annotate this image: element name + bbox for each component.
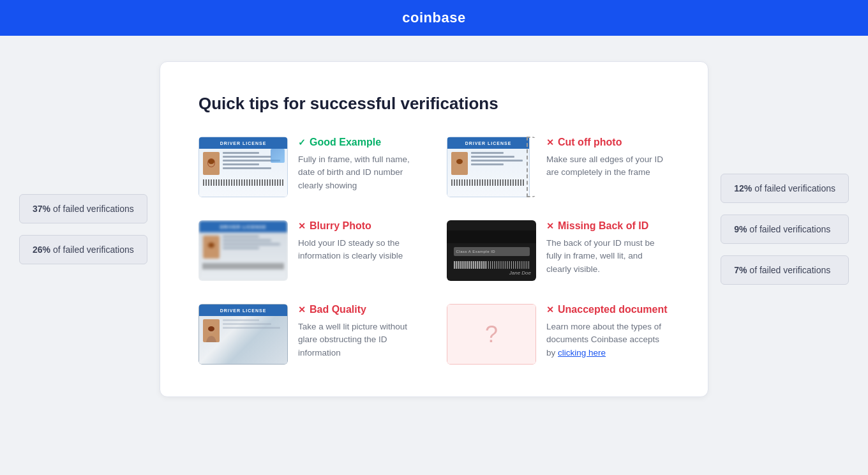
app-header: coinbase xyxy=(0,0,868,36)
svg-point-5 xyxy=(456,159,463,164)
tip-image-badquality: DRIVER LICENSE xyxy=(198,304,288,365)
stat-label-7: of failed verifications xyxy=(749,265,830,275)
id-header-bad: DRIVER LICENSE xyxy=(220,308,267,313)
tip-content-unaccepted: ✕ Unaccepted document Learn more about t… xyxy=(546,304,670,359)
clicking-here-link[interactable]: clicking here xyxy=(558,348,606,358)
page-title: Quick tips for successful verifications xyxy=(198,94,670,114)
tip-missing-back: Class A Example ID Jane Doe ✕ Missing Ba… xyxy=(447,220,670,281)
tip-desc-badquality: Take a well lit picture without glare ob… xyxy=(298,320,421,359)
stat-badge-9: 9% of failed verifications xyxy=(721,215,849,244)
svg-point-3 xyxy=(208,159,214,164)
bad-icon-blurry: ✕ xyxy=(298,221,306,231)
good-icon: ✓ xyxy=(298,137,306,147)
tip-cutoff: DRIVER LICENSE xyxy=(447,137,670,197)
bad-icon-cutoff: ✕ xyxy=(546,137,554,147)
tip-desc-back: The back of your ID must be fully in fra… xyxy=(546,237,670,276)
tip-bad-quality: DRIVER LICENSE xyxy=(198,304,421,365)
tip-desc-unaccepted: Learn more about the types of documents … xyxy=(546,320,670,359)
svg-point-9 xyxy=(208,326,214,331)
id-header-label: DRIVER LICENSE xyxy=(220,141,267,146)
stat-badge-7: 7% of failed verifications xyxy=(721,255,849,285)
tip-image-good: DRIVER LICENSE xyxy=(198,137,288,197)
tips-grid: DRIVER LICENSE xyxy=(198,137,670,365)
stat-badge-26: 26% of failed verifications xyxy=(19,235,147,264)
tip-desc-blurry: Hold your ID steady so the information i… xyxy=(298,237,421,263)
tip-content-cutoff: ✕ Cut off photo Make sure all edges of y… xyxy=(546,137,670,179)
tip-title-unaccepted: ✕ Unaccepted document xyxy=(546,304,670,315)
stat-label-26: of failed verifications xyxy=(53,245,134,255)
stat-label-37: of failed verifications xyxy=(53,204,134,214)
tip-title-back: ✕ Missing Back of ID xyxy=(546,220,670,232)
stat-label-12: of failed verifications xyxy=(754,183,835,193)
tip-content-badquality: ✕ Bad Quality Take a well lit picture wi… xyxy=(298,304,421,359)
tip-title-text-unaccepted: Unaccepted document xyxy=(558,304,668,315)
bad-icon-badquality: ✕ xyxy=(298,305,306,315)
tip-title-text-cutoff: Cut off photo xyxy=(558,137,622,148)
question-mark-icon: ? xyxy=(485,321,498,348)
id-header-cutoff: DRIVER LICENSE xyxy=(465,141,512,146)
tips-card: Quick tips for successful verifications … xyxy=(160,61,708,397)
main-content: 37% of failed verifications 26% of faile… xyxy=(0,36,868,423)
bad-icon-back: ✕ xyxy=(546,221,554,231)
tip-title-cutoff: ✕ Cut off photo xyxy=(546,137,670,148)
tip-content-blurry: ✕ Blurry Photo Hold your ID steady so th… xyxy=(298,220,421,263)
svg-point-7 xyxy=(208,243,214,248)
tip-title-badquality: ✕ Bad Quality xyxy=(298,304,421,315)
tip-content-good: ✓ Good Example Fully in frame, with full… xyxy=(298,137,421,192)
tip-title-text-badquality: Bad Quality xyxy=(310,304,366,315)
tip-title-good: ✓ Good Example xyxy=(298,137,421,148)
tip-unaccepted: ? ✕ Unaccepted document Learn more about… xyxy=(447,304,670,365)
tip-title-blurry: ✕ Blurry Photo xyxy=(298,220,421,232)
tip-title-text-back: Missing Back of ID xyxy=(558,220,648,232)
tip-title-text-blurry: Blurry Photo xyxy=(310,220,371,232)
tip-title-text-good: Good Example xyxy=(310,137,381,148)
tip-content-back: ✕ Missing Back of ID The back of your ID… xyxy=(546,220,670,276)
stat-value-37: 37% xyxy=(33,204,50,214)
tip-image-back: Class A Example ID Jane Doe xyxy=(447,220,536,281)
tip-good-example: DRIVER LICENSE xyxy=(198,137,421,197)
id-header-blurry: DRIVER LICENSE xyxy=(220,225,267,229)
tip-desc-good: Fully in frame, with full name, date of … xyxy=(298,153,421,192)
tip-image-unaccepted: ? xyxy=(447,304,536,365)
tip-image-blurry: DRIVER LICENSE xyxy=(198,220,288,281)
right-stats-panel: 12% of failed verifications 9% of failed… xyxy=(721,174,849,285)
bad-icon-unaccepted: ✕ xyxy=(546,305,554,315)
stat-value-26: 26% xyxy=(33,245,50,255)
stat-value-12: 12% xyxy=(734,183,752,193)
tip-image-cutoff: DRIVER LICENSE xyxy=(447,137,536,197)
tip-blurry: DRIVER LICENSE xyxy=(198,220,421,281)
stat-badge-12: 12% of failed verifications xyxy=(721,174,849,203)
left-stats-panel: 37% of failed verifications 26% of faile… xyxy=(19,194,147,264)
coinbase-logo: coinbase xyxy=(402,10,465,26)
stat-badge-37: 37% of failed verifications xyxy=(19,194,147,223)
stat-value-9: 9% xyxy=(734,224,747,234)
tip-desc-cutoff: Make sure all edges of your ID are compl… xyxy=(546,153,670,179)
stat-label-9: of failed verifications xyxy=(749,224,830,234)
stat-value-7: 7% xyxy=(734,265,747,275)
